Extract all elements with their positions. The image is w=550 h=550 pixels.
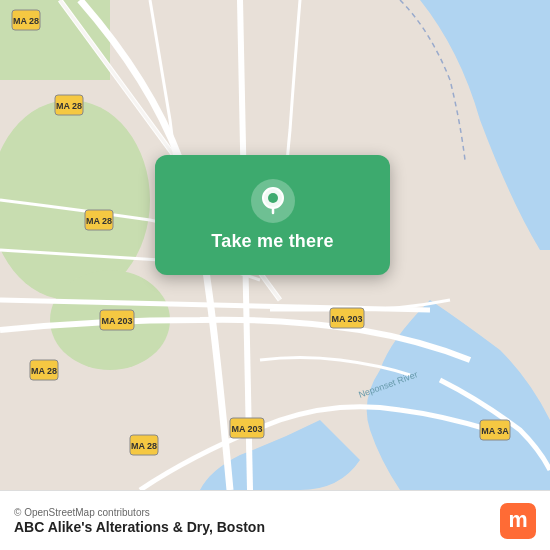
moovit-logo: m: [500, 503, 536, 539]
svg-text:MA 28: MA 28: [131, 441, 157, 451]
svg-text:MA 3A: MA 3A: [481, 426, 509, 436]
svg-text:MA 203: MA 203: [231, 424, 262, 434]
moovit-logo-icon: m: [500, 503, 536, 539]
svg-text:MA 28: MA 28: [31, 366, 57, 376]
svg-text:MA 203: MA 203: [101, 316, 132, 326]
svg-text:MA 203: MA 203: [331, 314, 362, 324]
take-me-there-button[interactable]: Take me there: [155, 155, 390, 275]
place-info: © OpenStreetMap contributors ABC Alike's…: [14, 507, 265, 535]
svg-text:MA 28: MA 28: [86, 216, 112, 226]
svg-text:MA 28: MA 28: [56, 101, 82, 111]
svg-point-28: [268, 193, 278, 203]
attribution-text: © OpenStreetMap contributors: [14, 507, 265, 518]
svg-text:m: m: [508, 507, 527, 532]
take-me-there-label: Take me there: [211, 231, 333, 252]
location-pin-icon: [251, 179, 295, 223]
svg-text:MA 28: MA 28: [13, 16, 39, 26]
map-container: MA 28 MA 28 MA 28 MA 28 MA 28 MA 203 MA …: [0, 0, 550, 490]
place-name: ABC Alike's Alterations & Dry, Boston: [14, 519, 265, 535]
bottom-bar: © OpenStreetMap contributors ABC Alike's…: [0, 490, 550, 550]
